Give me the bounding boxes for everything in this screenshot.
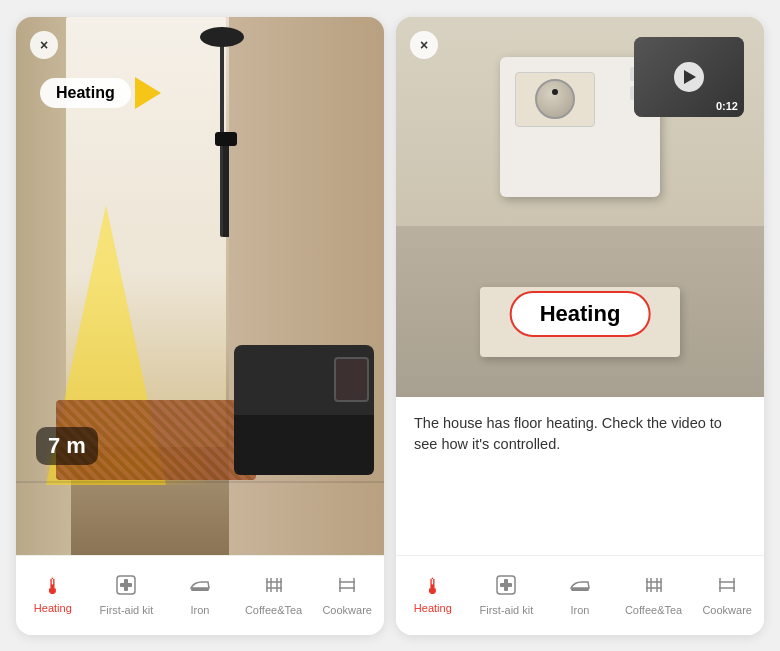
iron-nav-label-left: Iron (191, 604, 210, 616)
right-bottom-nav: 🌡 Heating First-aid kit (396, 555, 764, 635)
sofa (234, 345, 374, 475)
video-thumbnail[interactable]: 0:12 (634, 37, 744, 117)
camera-head (215, 132, 237, 146)
description-area: The house has floor heating. Check the v… (396, 397, 764, 555)
cookware-nav-label-left: Cookware (322, 604, 372, 616)
coffeetea-nav-icon-left (263, 574, 285, 600)
heating-nav-icon-right: 🌡 (422, 576, 444, 598)
heating-pill-left: Heating (40, 78, 131, 108)
nav-item-iron-left[interactable]: Iron (163, 574, 237, 616)
firstaid-nav-label-right: First-aid kit (480, 604, 534, 616)
floor-line (16, 481, 384, 483)
iron-nav-label-right: Iron (571, 604, 590, 616)
cookware-nav-icon-right (716, 574, 738, 600)
nav-item-firstaid-right[interactable]: First-aid kit (470, 574, 544, 616)
heating-nav-label-right: Heating (414, 602, 452, 614)
right-image-area: 0:12 × Heating (396, 17, 764, 397)
thermostat-dial (535, 79, 575, 119)
sofa-cushion (334, 357, 369, 402)
heating-label-right: Heating (510, 291, 651, 337)
cookware-nav-icon-left (336, 574, 358, 600)
arrow-icon-left (135, 77, 161, 109)
nav-item-heating-left[interactable]: 🌡 Heating (16, 576, 90, 614)
nav-item-heating-right[interactable]: 🌡 Heating (396, 576, 470, 614)
coffeetea-nav-icon-right (643, 574, 665, 600)
play-triangle-icon (684, 70, 696, 84)
svg-rect-3 (191, 588, 209, 591)
camera-stand (223, 137, 229, 237)
firstaid-nav-icon-right (495, 574, 517, 600)
cookware-nav-label-right: Cookware (702, 604, 752, 616)
nav-item-coffeetea-right[interactable]: Coffee&Tea (617, 574, 691, 616)
svg-rect-16 (500, 583, 512, 587)
heating-nav-icon-left: 🌡 (42, 576, 64, 598)
heating-nav-label-left: Heating (34, 602, 72, 614)
close-button-left[interactable]: × (30, 31, 58, 59)
video-duration: 0:12 (716, 100, 738, 112)
firstaid-nav-label-left: First-aid kit (100, 604, 154, 616)
heating-label-left-container: Heating (40, 77, 161, 109)
lamp-head (200, 27, 244, 47)
thermostat-indicator (552, 89, 558, 95)
nav-item-iron-right[interactable]: Iron (543, 574, 617, 616)
close-button-right[interactable]: × (410, 31, 438, 59)
iron-nav-icon-right (568, 574, 592, 600)
svg-rect-17 (571, 588, 589, 591)
play-button[interactable] (674, 62, 704, 92)
nav-item-cookware-left[interactable]: Cookware (310, 574, 384, 616)
thermostat-screen (515, 72, 595, 127)
nav-item-firstaid-left[interactable]: First-aid kit (90, 574, 164, 616)
distance-badge: 7 m (36, 427, 98, 465)
main-container: × Heating 7 m 🌡 Heating Firs (0, 0, 780, 651)
nav-item-coffeetea-left[interactable]: Coffee&Tea (237, 574, 311, 616)
left-card: × Heating 7 m 🌡 Heating Firs (16, 17, 384, 635)
nav-item-cookware-right[interactable]: Cookware (690, 574, 764, 616)
iron-nav-icon-left (188, 574, 212, 600)
coffeetea-nav-label-left: Coffee&Tea (245, 604, 302, 616)
svg-rect-2 (120, 583, 132, 587)
right-card: 0:12 × Heating The house has floor heati… (396, 17, 764, 635)
sofa-seat (234, 415, 374, 475)
description-text: The house has floor heating. Check the v… (414, 413, 746, 457)
firstaid-nav-icon-left (115, 574, 137, 600)
coffeetea-nav-label-right: Coffee&Tea (625, 604, 682, 616)
left-bottom-nav: 🌡 Heating First-aid kit (16, 555, 384, 635)
left-image-area: × Heating 7 m (16, 17, 384, 555)
